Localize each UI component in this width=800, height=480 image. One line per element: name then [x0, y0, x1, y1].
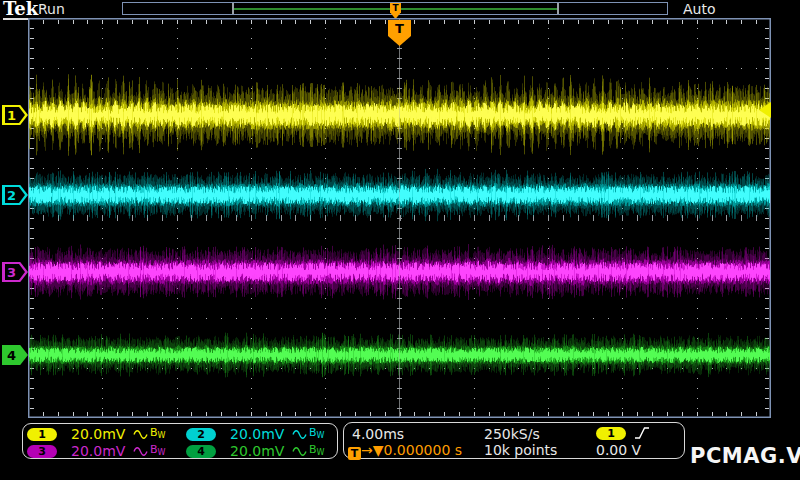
channel-1-badge: 1	[27, 428, 57, 441]
channel-marker-label: 1	[2, 105, 21, 125]
acquisition-status: Run	[38, 1, 65, 17]
tek-logo: Tek	[3, 0, 41, 20]
trigger-source: 1	[596, 426, 650, 440]
ac-coupling-icon	[133, 429, 148, 440]
record-length: 10k points	[484, 442, 557, 458]
record-view-bracket-left[interactable]	[232, 3, 234, 14]
record-view-bracket-right[interactable]	[557, 3, 559, 14]
channel-2-badge: 2	[186, 428, 216, 441]
channel-marker-1[interactable]: 1	[2, 105, 28, 125]
bandwidth-limit-indicator: BW	[309, 445, 324, 458]
trigger-source-badge: 1	[596, 427, 626, 440]
channel-2-scale: 20.0mV	[230, 426, 292, 442]
channel-4-scale: 20.0mV	[230, 443, 292, 459]
trigger-position-value: 0.000000 s	[384, 442, 463, 458]
trigger-t-icon: T	[348, 447, 361, 460]
horizontal-scale: 4.00ms	[352, 426, 404, 442]
channel-readout-1: 1 20.0mV BW	[27, 426, 165, 442]
channel-readout-2: 2 20.0mV BW	[186, 426, 324, 442]
channel-marker-label: 4	[2, 345, 21, 365]
trigger-position-readout: T→▼0.000000 s	[348, 442, 462, 460]
sample-rate: 250kS/s	[484, 426, 540, 442]
trigger-level-value: 0.00 V	[596, 442, 641, 458]
oscilloscope-screen: Tek Run Auto T T 1 2 3 4 1 20.0mV BW	[0, 0, 800, 480]
channel-1-scale: 20.0mV	[71, 426, 133, 442]
channel-marker-label: 2	[2, 185, 21, 205]
record-view-bar[interactable]: T	[122, 2, 668, 15]
record-view-trigger-icon[interactable]: T	[390, 3, 401, 19]
arrow-right-icon: →	[361, 442, 373, 458]
channel-3-badge: 3	[27, 445, 57, 458]
ac-coupling-icon	[292, 446, 307, 457]
channel-readout-box: 1 20.0mV BW 2 20.0mV BW 3 20.0mV BW 4 20…	[22, 423, 338, 459]
bandwidth-limit-indicator: BW	[150, 445, 165, 458]
rising-edge-icon	[634, 426, 650, 440]
channel-marker-4[interactable]: 4	[2, 345, 28, 365]
channel-readout-4: 4 20.0mV BW	[186, 443, 324, 459]
ac-coupling-icon	[292, 429, 307, 440]
channel-4-badge: 4	[186, 445, 216, 458]
channel-marker-3[interactable]: 3	[2, 262, 28, 282]
waveform-display	[28, 18, 771, 418]
bandwidth-limit-indicator: BW	[309, 428, 324, 441]
trigger-mode-status: Auto	[683, 1, 716, 17]
ac-coupling-icon	[133, 446, 148, 457]
channel-marker-2[interactable]: 2	[2, 185, 28, 205]
channel-marker-label: 3	[2, 262, 21, 282]
channel-readout-3: 3 20.0mV BW	[27, 443, 165, 459]
channel-3-scale: 20.0mV	[71, 443, 133, 459]
marker-down-icon: ▼	[373, 442, 384, 458]
trigger-readout-box: 4.00ms 250kS/s 1 T→▼0.000000 s 10k point…	[343, 422, 685, 459]
bandwidth-limit-indicator: BW	[150, 428, 165, 441]
watermark: PCMAG.VN	[690, 444, 800, 468]
